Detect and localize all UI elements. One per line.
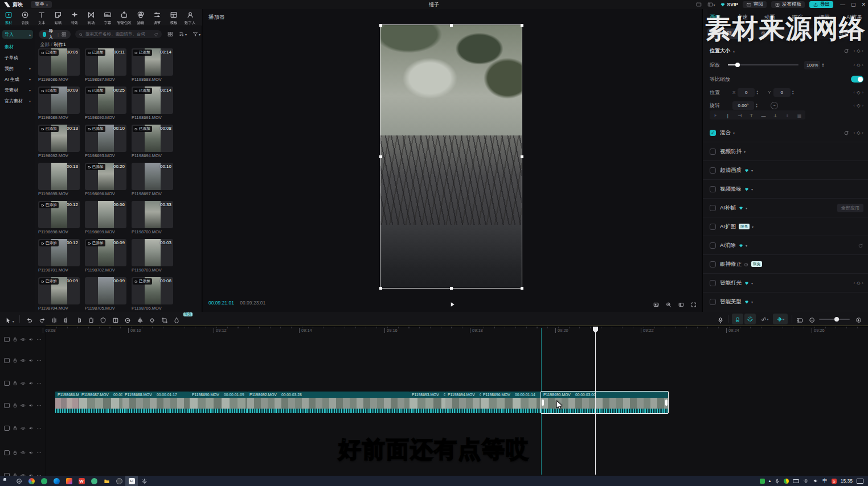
ellipsis-icon[interactable] <box>36 400 42 410</box>
media-thumbnail[interactable]: 已添加 00:12 <box>38 201 80 228</box>
eye-icon[interactable] <box>21 423 26 433</box>
section-checkbox[interactable] <box>710 149 716 155</box>
ribbon-tab-filter[interactable]: 滤镜 <box>132 9 149 26</box>
ellipsis-icon[interactable] <box>36 423 42 433</box>
timeline-clip[interactable]: P1198686.M <box>55 392 79 413</box>
position-y-field[interactable]: 0 <box>773 88 791 97</box>
eye-icon[interactable] <box>21 378 26 388</box>
ribbon-tab-media[interactable]: 素材 <box>0 9 17 26</box>
media-card[interactable]: 已添加 00:06 P1198686.MOV <box>38 48 80 84</box>
section-checkbox[interactable] <box>710 261 716 267</box>
lock-icon[interactable] <box>13 400 18 410</box>
align-icon-2[interactable]: ∣ <box>722 112 734 118</box>
y-stepper[interactable]: ▲▼ <box>792 90 795 94</box>
rotation-keyframe[interactable]: ‹◇› <box>854 103 864 108</box>
sidebar-item-5[interactable]: AI 生成▾ <box>2 75 33 84</box>
align-icon-1[interactable]: ⊦ <box>710 112 722 118</box>
media-card[interactable]: 已添加 00:14 P1198691.MOV <box>132 87 173 122</box>
export-button[interactable]: 导出 <box>809 1 833 8</box>
tray-sogou-icon[interactable]: S <box>832 479 837 484</box>
media-card[interactable]: 00:09 P1198705.MOV <box>85 277 126 312</box>
media-card[interactable]: 已添加 00:20 P1198696.MOV <box>85 163 126 198</box>
zoom-in-icon[interactable] <box>855 315 862 325</box>
media-thumbnail[interactable]: 00:09 <box>85 277 126 304</box>
maximize-button[interactable]: ▢ <box>851 2 856 7</box>
tray-ime-icon[interactable]: 中 <box>822 477 828 484</box>
media-thumbnail[interactable]: 00:33 <box>132 201 173 228</box>
taskbar-app-explorer[interactable] <box>100 476 113 486</box>
folder-view-icon[interactable] <box>62 31 67 36</box>
ribbon-tab-adjust[interactable]: 调节 <box>149 9 165 26</box>
media-card[interactable]: 已添加 00:25 P1198690.MOV <box>85 87 126 122</box>
transform-handle[interactable] <box>450 24 453 27</box>
ratio-icon[interactable] <box>678 299 685 310</box>
refresh-icon[interactable] <box>154 31 158 36</box>
minimize-button[interactable]: — <box>840 2 845 7</box>
scale-keyframe[interactable]: ‹◇› <box>854 63 864 68</box>
section-checkbox[interactable] <box>710 280 716 286</box>
position-size-header[interactable]: 位置大小 ▴ ‹◇› <box>710 46 863 55</box>
media-card[interactable]: 00:03 P1198703.MOV <box>132 239 173 274</box>
ellipsis-icon[interactable] <box>36 355 42 365</box>
section-checkbox[interactable] <box>710 224 716 230</box>
taskbar-app-edge[interactable] <box>50 476 63 486</box>
transform-handle[interactable] <box>379 155 382 158</box>
tray-shield-icon[interactable] <box>760 479 765 484</box>
media-thumbnail[interactable]: 已添加 00:09 <box>38 87 80 114</box>
reset-icon[interactable] <box>844 47 849 53</box>
media-card[interactable]: 已添加 00:08 P1198694.MOV <box>132 125 173 160</box>
media-thumbnail[interactable]: 已添加 00:09 <box>85 239 126 266</box>
sidebar-item-3[interactable]: 子草稿 <box>2 53 33 62</box>
mic-icon[interactable] <box>717 315 724 325</box>
rotation-dial[interactable]: − <box>771 102 778 109</box>
scale-slider[interactable] <box>728 64 799 65</box>
redo-icon[interactable] <box>39 315 46 325</box>
media-card[interactable]: 00:10 P1198697.MOV <box>132 163 173 198</box>
timeline-zoom-slider[interactable] <box>819 319 850 320</box>
svip-badge[interactable]: SVIP <box>720 2 738 7</box>
chevron-down-icon[interactable]: ▾ <box>752 225 754 229</box>
align-icon-4[interactable]: ⊤ <box>746 112 758 118</box>
chevron-down-icon[interactable]: ▾ <box>751 300 753 304</box>
ribbon-tab-transition[interactable]: 转场 <box>83 9 99 26</box>
media-card[interactable]: 已添加 00:11 P1198687.MOV <box>85 48 126 84</box>
grid-view-icon[interactable] <box>167 31 173 37</box>
taskbar-app-wechat[interactable] <box>38 476 50 486</box>
media-card[interactable]: 已添加 00:09 P1198689.MOV <box>38 87 80 122</box>
media-thumbnail[interactable]: 已添加 00:11 <box>85 48 126 76</box>
auto-snap-toggle[interactable] <box>744 314 756 324</box>
chevron-down-icon[interactable]: ▾ <box>744 150 746 154</box>
chevron-down-icon[interactable]: ▾ <box>751 281 753 285</box>
inspector-section-混合[interactable]: ✓混合▾‹◇› <box>703 123 868 142</box>
mask-icon[interactable] <box>100 315 107 325</box>
tray-chevron-up-icon[interactable]: ▴ <box>769 479 771 483</box>
eye-icon[interactable] <box>21 355 26 365</box>
position-x-field[interactable]: 0 <box>738 88 755 97</box>
media-thumbnail[interactable]: 00:10 <box>132 163 173 190</box>
rotation-field[interactable]: 0.00° <box>732 101 754 110</box>
keyframe-control[interactable]: ‹◇› <box>854 130 864 135</box>
inspector-section-超清画质[interactable]: 超清画质▾ <box>703 161 868 180</box>
media-card[interactable]: 00:06 P1198699.MOV <box>85 201 126 236</box>
media-thumbnail[interactable]: 已添加 00:13 <box>38 125 80 152</box>
ellipsis-icon[interactable] <box>36 334 42 344</box>
media-card[interactable]: 已添加 00:09 P1198702.MOV <box>85 239 126 274</box>
timeline-clip[interactable]: P1198696.MOV00:00:01:14 <box>481 392 541 413</box>
x-stepper[interactable]: ▲▼ <box>756 90 759 94</box>
media-card[interactable]: 00:33 P1198700.MOV <box>132 201 173 236</box>
split-right-icon[interactable] <box>75 315 82 325</box>
main-track-magnet-toggle[interactable]: ▾ <box>773 314 788 324</box>
section-checkbox[interactable] <box>710 299 716 305</box>
ribbon-tab-smartpack[interactable]: 智能包装 <box>116 9 132 26</box>
quality-icon[interactable] <box>653 299 660 310</box>
media-card[interactable]: 已添加 00:10 P1198693.MOV <box>85 125 126 160</box>
inspector-section-眼神修正[interactable]: 眼神修正限免 <box>703 255 868 274</box>
keyframe-control[interactable]: ‹◇› <box>854 48 864 53</box>
chevron-down-icon[interactable]: ▾ <box>751 168 753 172</box>
inspector-section-视频降噪[interactable]: 视频降噪▾ <box>703 180 868 199</box>
media-thumbnail[interactable]: 已添加 00:09 <box>38 277 80 304</box>
apply-all-button[interactable]: 全部应用 <box>837 204 863 212</box>
uniform-scale-toggle[interactable] <box>851 76 863 83</box>
speaker-icon[interactable] <box>28 355 34 365</box>
media-thumbnail[interactable]: 已添加 00:14 <box>132 48 173 76</box>
